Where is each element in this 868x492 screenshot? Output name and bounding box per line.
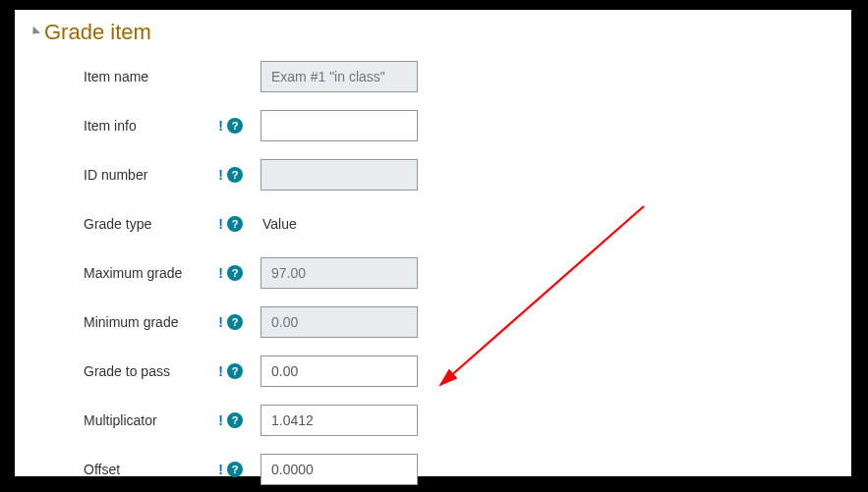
label-grade-to-pass: Grade to pass: [84, 363, 218, 379]
row-id-number: ID number ! ?: [32, 157, 834, 192]
row-min-grade: Minimum grade ! ?: [32, 304, 834, 340]
label-id-number: ID number: [84, 167, 218, 183]
grade-item-panel: Grade item Item name Item info ! ? ID nu…: [15, 10, 851, 476]
item-name-input: [260, 61, 418, 92]
row-max-grade: Maximum grade ! ?: [32, 255, 834, 291]
advanced-marker-icon: !: [218, 364, 223, 378]
help-icon[interactable]: ?: [227, 265, 243, 281]
advanced-marker-icon: !: [218, 266, 223, 280]
grade-to-pass-input[interactable]: [260, 355, 418, 387]
row-grade-type: Grade type ! ? Value: [32, 206, 834, 242]
row-grade-to-pass: Grade to pass ! ?: [32, 354, 834, 389]
multiplicator-input[interactable]: [260, 405, 418, 436]
help-icon[interactable]: ?: [227, 363, 243, 379]
collapse-caret-icon: [29, 27, 40, 37]
advanced-marker-icon: !: [218, 168, 223, 182]
advanced-marker-icon: !: [218, 463, 223, 476]
label-item-info: Item info: [84, 118, 218, 134]
help-icon[interactable]: ?: [227, 118, 243, 134]
help-icon[interactable]: ?: [227, 167, 243, 183]
section-title: Grade item: [44, 20, 151, 45]
label-multiplicator: Multiplicator: [84, 412, 218, 428]
min-grade-input: [260, 306, 418, 338]
help-icon[interactable]: ?: [227, 314, 243, 330]
grade-type-value: Value: [260, 216, 297, 232]
advanced-marker-icon: !: [218, 217, 223, 231]
label-offset: Offset: [84, 462, 218, 477]
row-item-name: Item name: [32, 59, 834, 94]
row-item-info: Item info ! ?: [32, 108, 834, 143]
advanced-marker-icon: !: [218, 119, 223, 133]
max-grade-input: [260, 257, 418, 289]
advanced-marker-icon: !: [218, 315, 223, 329]
help-icon[interactable]: ?: [227, 216, 243, 232]
section-header[interactable]: Grade item: [32, 20, 834, 45]
row-multiplicator: Multiplicator ! ?: [32, 403, 834, 438]
item-info-input[interactable]: [260, 110, 418, 141]
label-item-name: Item name: [84, 69, 260, 84]
advanced-marker-icon: !: [218, 413, 223, 427]
label-max-grade: Maximum grade: [84, 265, 218, 281]
label-grade-type: Grade type: [84, 216, 218, 232]
id-number-input: [260, 159, 418, 191]
help-icon[interactable]: ?: [227, 462, 243, 477]
label-min-grade: Minimum grade: [84, 314, 218, 330]
row-offset: Offset ! ?: [32, 452, 834, 487]
help-icon[interactable]: ?: [227, 412, 243, 428]
offset-input[interactable]: [260, 454, 418, 485]
